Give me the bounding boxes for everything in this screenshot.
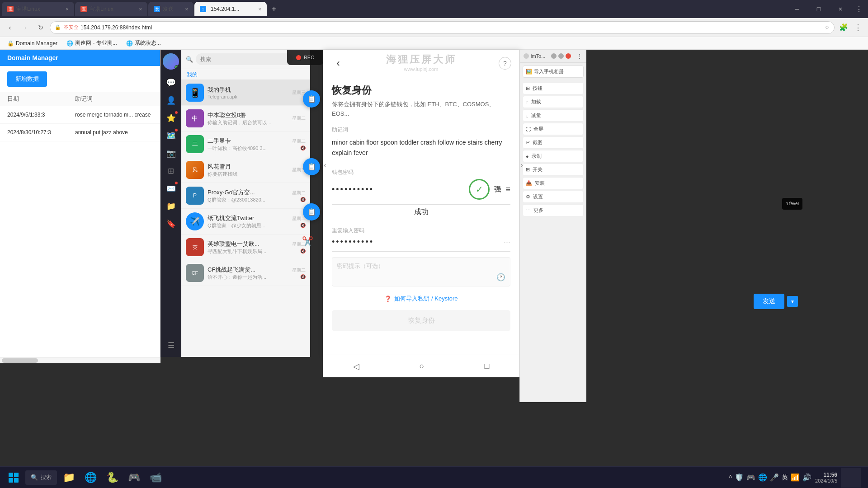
taskbar-speaker[interactable]: 🔊 <box>802 473 811 482</box>
taskbar-wifi[interactable]: 📶 <box>791 473 800 482</box>
taskbar-steam-icon[interactable]: 🎮 <box>746 473 755 482</box>
taskbar-clock[interactable]: 11:56 2024/10/5 <box>815 472 837 483</box>
browser-menu-btn[interactable]: ⋮ <box>852 21 864 34</box>
chrome-menu[interactable]: ⋮ <box>852 2 866 16</box>
window-maximize[interactable]: □ <box>808 2 829 16</box>
qq-chat-item-6[interactable]: ✈️ 纸飞机交流Twitter Q群管家：@少女的朝思... 星期二 🔇 <box>181 209 310 235</box>
rp-btn-fullscreen[interactable]: ⛶ 全屏 <box>523 123 584 135</box>
qq-nav-location[interactable]: 🗺️ <box>163 127 179 144</box>
qq-chat-item-8[interactable]: CF CF挑战起飞满货... 治不开心：邀你一起为活... 星期二 🔇 <box>181 260 310 286</box>
window-minimize[interactable]: ─ <box>787 2 807 16</box>
taskbar-chevron[interactable]: ^ <box>729 474 732 481</box>
domain-row-1[interactable]: 2024/9/5/1:33:3 rose merge tornado m... … <box>0 106 160 124</box>
nav-right-arrow[interactable]: › <box>516 158 527 172</box>
taskbar-notification-area[interactable] <box>841 468 861 488</box>
imtoken-menu-dots[interactable]: ⋮ <box>576 52 583 60</box>
extensions-btn[interactable]: 🧩 <box>837 21 850 34</box>
address-bar[interactable]: 🔒 不安全 154.204.179.26:88/index.html ☆ <box>50 21 835 34</box>
keystore-link[interactable]: ❓ 如何导入私钥 / Keystore <box>323 290 519 307</box>
rp-btn-install[interactable]: 📥 安装 <box>523 177 584 189</box>
tab-close-3[interactable]: × <box>185 6 188 12</box>
send-btn[interactable]: 发送 <box>754 294 784 309</box>
qq-my-tab[interactable]: 我的 <box>181 69 310 80</box>
imtoken-minimize[interactable] <box>551 53 557 59</box>
bookmark-domain-manager[interactable]: 🔒 Domain Manager <box>4 39 61 47</box>
qq-nav-chat[interactable]: 💬 <box>163 75 179 91</box>
wallet-nav-home[interactable]: ○ <box>420 361 425 371</box>
rp-btn-load[interactable]: ↑ 加载 <box>523 96 584 108</box>
qq-nav-folder[interactable]: 📁 <box>163 198 179 214</box>
add-data-section: 新增数据 <box>0 66 160 92</box>
tab-close-4[interactable]: × <box>259 6 261 12</box>
qq-nav-favorites[interactable]: ⭐ <box>163 110 179 126</box>
window-close[interactable]: × <box>830 2 851 16</box>
qq-nav-bookmark[interactable]: 🔖 <box>163 216 179 232</box>
qq-avatar-2 <box>186 109 204 127</box>
qq-nav-menu[interactable]: ☰ <box>163 337 179 353</box>
wallet-back-btn[interactable]: ‹ <box>331 56 345 70</box>
taskbar-search[interactable]: 🔍 搜索 <box>25 470 57 485</box>
nav-forward[interactable]: › <box>19 21 32 34</box>
wallet-nav-back[interactable]: ◁ <box>353 361 359 371</box>
tab-add-button[interactable]: + <box>268 3 280 15</box>
domain-scrollbar[interactable] <box>0 357 160 363</box>
copy-btn-2[interactable]: 📋 <box>303 158 320 175</box>
qq-chat-item-3[interactable]: 二 二手显卡 一叶知秋：高价收4090 3... 星期二 🔇 <box>181 131 310 157</box>
taskbar-file-manager[interactable]: 📁 <box>59 468 79 488</box>
qq-avatar[interactable] <box>163 53 179 70</box>
qq-nav-apps[interactable]: ⊞ <box>163 163 179 179</box>
import-photos-btn[interactable]: 🖼️ 导入手机相册 <box>523 66 584 78</box>
imtoken-maximize[interactable] <box>558 53 564 59</box>
rp-btn-scaling[interactable]: ⊞ 按钮 <box>523 82 584 94</box>
taskbar-python[interactable]: 🐍 <box>102 468 122 488</box>
rp-btn-record[interactable]: ● 录制 <box>523 150 584 162</box>
taskbar-steam[interactable]: 🎮 <box>124 468 144 488</box>
qq-chat-item-4[interactable]: 风 风花雪月 你要搭建找我 星期二 <box>181 157 310 183</box>
copy-btn-1[interactable]: 📋 <box>303 90 320 108</box>
qq-nav-mail[interactable]: ✉️ <box>163 180 179 197</box>
qq-chat-item-7[interactable]: 英 英雄联盟电一艾欧... 寻匹配大乱斗下棋娱乐局... 星期二 🔇 <box>181 235 310 260</box>
taskbar-mic[interactable]: 🎤 <box>770 473 779 482</box>
wallet-nav-square[interactable]: □ <box>485 361 490 371</box>
nav-refresh[interactable]: ↻ <box>34 21 47 34</box>
bookmark-speedtest[interactable]: 🌐 测速网 - 专业测... <box>63 38 121 48</box>
qq-chat-item-1[interactable]: 📱 我的手机 Telegram.apk 星期三 <box>181 80 310 106</box>
browser-tab-4[interactable]: 1 154.204.1... × <box>194 2 267 16</box>
taskbar-chrome[interactable]: 🌐 <box>80 468 100 488</box>
scrollbar-thumb[interactable] <box>2 358 38 363</box>
qq-mute-6: 🔇 <box>300 223 306 228</box>
rp-btn-settings[interactable]: ⚙ 设置 <box>523 191 584 203</box>
browser-tab-3[interactable]: 发 发送 × <box>148 2 193 16</box>
copy-btn-3[interactable]: 📋 <box>303 203 320 221</box>
taskbar-capture[interactable]: 📹 <box>146 468 165 488</box>
qq-chat-item-5[interactable]: P Proxy-Go官方交... Q群管家：@230013820... 星期二 … <box>181 183 310 209</box>
tab-close-1[interactable]: × <box>66 6 69 12</box>
rp-btn-open[interactable]: ⊞ 开关 <box>523 164 584 176</box>
domain-row-2[interactable]: 2024/8/30/10:27:3 annual put jazz above <box>0 124 160 141</box>
taskbar-browser-icon[interactable]: 🌐 <box>758 473 767 482</box>
tab-close-2[interactable]: × <box>139 6 142 12</box>
taskbar-lang[interactable]: 英 <box>782 474 788 482</box>
nav-back[interactable]: ‹ <box>4 21 16 34</box>
qq-nav-contacts[interactable]: 👤 <box>163 92 179 108</box>
rp-btn-more[interactable]: ⋯ 更多 <box>523 204 584 216</box>
qq-nav-photos[interactable]: 📷 <box>163 145 179 161</box>
browser-tab-2[interactable]: 宝 宝塔Linux × <box>75 2 147 16</box>
qq-search-input[interactable] <box>196 53 293 65</box>
add-data-button[interactable]: 新增数据 <box>7 71 47 87</box>
rp-btn-reduce[interactable]: ↓ 减量 <box>523 109 584 122</box>
rp-btn-screenshot[interactable]: ✂ 截图 <box>523 136 584 149</box>
send-dropdown[interactable]: ▼ <box>787 296 798 307</box>
qq-chat-item-2[interactable]: 中本聪空投0撸 你输入助记词，后台就可以... 星期二 <box>181 106 310 131</box>
nav-left-arrow[interactable]: ‹ <box>320 158 330 172</box>
bookmark-star[interactable]: ☆ <box>825 24 830 31</box>
wallet-help-btn[interactable]: ? <box>499 57 511 70</box>
recover-btn[interactable]: 恢复身份 <box>332 310 510 331</box>
browser-tab-1[interactable]: 宝 宝塔Linux × <box>2 2 74 16</box>
taskbar-antivirus[interactable]: 🛡️ <box>735 473 744 482</box>
scissors-btn[interactable]: ✂️ <box>299 233 316 249</box>
start-button[interactable] <box>4 468 24 488</box>
imtoken-close[interactable] <box>566 53 571 59</box>
bookmark-status[interactable]: 🌐 系统状态... <box>123 38 165 48</box>
wallet-hint-field[interactable]: 密码提示（可选） 🕐 <box>332 257 510 286</box>
